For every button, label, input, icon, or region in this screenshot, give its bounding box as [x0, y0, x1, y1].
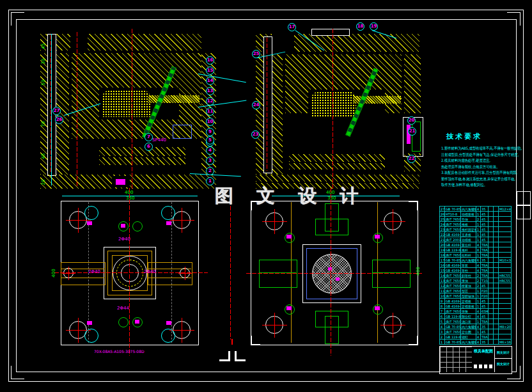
part-remark: [499, 294, 512, 299]
v-centerline: [129, 188, 130, 356]
slide-block-left: [259, 260, 297, 288]
callout-balloon: 9: [206, 128, 214, 136]
dim-line-a: [51, 34, 52, 185]
phi-label: 2Φ44: [117, 306, 129, 311]
part-name: 内六角螺钉: [461, 258, 476, 263]
part-code: JB/T 7650: [445, 278, 461, 283]
part-qty: 2: [476, 273, 481, 278]
part-code: JB/T 7650: [445, 319, 461, 324]
part-qty: 2: [476, 217, 481, 222]
section-view-b: [251, 29, 427, 189]
part-name: 楔紧块: [461, 283, 476, 288]
part-col6: [489, 268, 494, 273]
part-code: GB 4169-84: [445, 263, 461, 268]
part-name: 内六角螺钉: [461, 207, 476, 212]
part-remark: [499, 309, 512, 314]
part-no: 13: [440, 278, 445, 283]
part-material: 45: [481, 299, 489, 304]
section-mark-left: [219, 351, 230, 361]
part-material: T8A: [481, 268, 489, 273]
part-qty: 1: [476, 237, 481, 242]
parts-table-row: 8 GB 4169-84 定模座板 1 45: [440, 304, 512, 309]
part-no: 21: [440, 237, 445, 242]
part-name: 型芯: [461, 288, 476, 294]
part-col7: [494, 294, 499, 299]
part-material: T8A: [481, 273, 489, 278]
part-material: 65Mn: [481, 309, 489, 314]
part-qty: 1: [476, 294, 481, 299]
part-qty: 4: [476, 314, 481, 319]
part-col7: [494, 212, 499, 217]
parts-table-row: 10 JB/T 7650 型腔镶块 1 P20: [440, 294, 512, 299]
corner-cluster: [69, 206, 98, 235]
callout-balloon: 27: [52, 107, 61, 115]
part-col7: [494, 278, 499, 283]
key-insert: [135, 320, 139, 324]
part-remark: [499, 268, 512, 273]
part-qty: 4: [476, 334, 481, 340]
part-material: T10A: [481, 278, 489, 283]
corner-cluster: [69, 313, 98, 343]
parts-table-row: 24 JB/T 7650 推板 1 45: [440, 222, 512, 227]
part-col7: [494, 334, 499, 340]
part-col6: [489, 222, 494, 227]
part-remark: [499, 319, 512, 324]
part-no: 23: [440, 227, 445, 232]
core-bore: [121, 264, 139, 282]
part-code: GB 4169-84: [445, 299, 461, 304]
part-code: JB/T 7650: [445, 217, 461, 222]
top-clamp-plate: [40, 34, 201, 51]
callout-balloon: 6: [145, 143, 153, 151]
tech-requirements: 技术要求 1.塑件材料为ABS,成型收缩率不高,不得有一般性缺陷, 注射成型后,…: [441, 132, 526, 188]
part-col6: [489, 294, 494, 299]
part-col7: [494, 314, 499, 319]
part-remark: [499, 217, 512, 222]
part-col6: [489, 253, 494, 258]
part-col6: [489, 212, 494, 217]
parts-list-table: 27 GB 70-85 内六角螺钉 4 35 M12×40 26 HT10-8 …: [439, 206, 512, 345]
part-code: GB 70-85: [445, 324, 461, 329]
part-no: 20: [440, 242, 445, 247]
dim-c-side: 400: [51, 269, 56, 277]
molded-part: [311, 91, 356, 117]
part-qty: 4: [476, 324, 481, 329]
drawing-code: 70X-08A5-A105-3075-08D: [94, 349, 145, 354]
part-material: T8A: [481, 263, 489, 268]
parts-table-row: 9 GB 4169-84 定模板 1 45: [440, 299, 512, 304]
dim-a: 20: [41, 180, 46, 185]
dim-a: 50: [41, 80, 46, 86]
frame-corner-mark: [11, 12, 24, 26]
parts-table-row: 14 JB/T 7650 斜导柱 2 T8A HRC55: [440, 273, 512, 278]
part-col7: [494, 304, 499, 309]
h-centerline: [54, 272, 208, 273]
part-no: 1: [440, 340, 445, 345]
part-col6: [489, 237, 494, 242]
part-name: 滑块: [461, 278, 476, 283]
part-material: 35: [481, 258, 489, 263]
zone-box: [517, 191, 531, 206]
part-col6: [489, 232, 494, 237]
tech-requirement-line: 1.塑件材料为ABS,成型收缩率不高,不得有一般性缺陷,: [441, 145, 515, 152]
part-qty: 1: [476, 288, 481, 294]
cooling-channel: [173, 125, 192, 139]
callout-stack-right: 1615141312111098: [206, 56, 214, 146]
part-remark: [499, 334, 512, 340]
tech-requirement-line: 2.模具材料均需热处理,硬度适宜,: [441, 157, 515, 164]
part-col6: [489, 278, 494, 283]
part-col6: [489, 242, 494, 247]
part-name: 销钉: [461, 334, 476, 340]
part-no: 8: [440, 304, 445, 309]
part-no: 2: [440, 334, 445, 340]
part-col7: [494, 268, 499, 273]
part-material: 45: [481, 283, 489, 288]
tech-requirement-line: 3.装配后各活动部件灵活可靠,且分型面不得有间隙,: [441, 169, 515, 176]
phi-label: 2Φ40: [144, 269, 156, 274]
part-name: 推杆固定板: [461, 227, 476, 232]
part-col7: [494, 329, 499, 334]
parts-table-row: 25 JB/T 7650 垫块 2 45: [440, 217, 512, 222]
part-remark: M12×40: [499, 207, 512, 212]
part-material: 45: [481, 314, 489, 319]
part-no: 15: [440, 268, 445, 273]
part-col7: [494, 258, 499, 263]
parts-table-row: 2 GB 119-86 销钉 4 T8A: [440, 334, 512, 340]
